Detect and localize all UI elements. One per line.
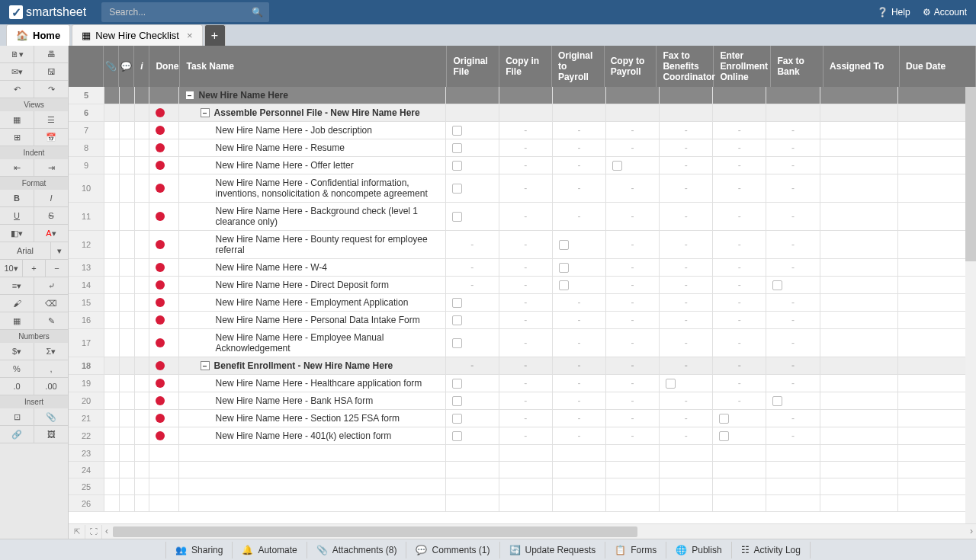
undo-button[interactable]: ↶ [0, 81, 34, 98]
col7-header[interactable]: Fax to Bank [771, 46, 824, 87]
gantt-view[interactable]: ☰ [34, 111, 68, 128]
row-icon-cell[interactable] [135, 104, 150, 121]
file-button[interactable]: 🗎▾ [0, 46, 34, 62]
data-cell[interactable] [499, 445, 553, 461]
size-up[interactable]: + [23, 260, 46, 277]
row-number[interactable]: 23 [69, 445, 104, 461]
fill-button[interactable]: ◧▾ [0, 225, 34, 242]
task-header[interactable]: Task Name [180, 46, 447, 87]
task-cell[interactable]: New Hire Name Here - Healthcare applicat… [179, 375, 446, 392]
horizontal-scrollbar[interactable]: ‹ › [102, 526, 976, 537]
collapse-icon[interactable]: − [201, 108, 210, 117]
comment-col-header[interactable]: 💬 [119, 46, 134, 87]
row-icon-cell[interactable] [120, 445, 135, 461]
duedate-cell[interactable] [898, 462, 976, 478]
data-cell[interactable]: - [499, 294, 553, 311]
checkbox[interactable] [719, 431, 729, 441]
duedate-cell[interactable] [898, 357, 976, 374]
data-cell[interactable]: - [606, 294, 660, 311]
row-icon-cell[interactable] [135, 329, 150, 357]
indent-button[interactable]: ⇥ [34, 159, 68, 176]
data-cell[interactable]: - [553, 427, 606, 444]
data-cell[interactable]: - [713, 375, 766, 392]
data-cell[interactable]: - [660, 231, 713, 258]
table-row[interactable]: 12New Hire Name Here - Bounty request fo… [69, 231, 976, 259]
duedate-cell[interactable] [898, 104, 976, 121]
assigned-cell[interactable] [820, 174, 898, 202]
data-cell[interactable]: - [606, 203, 660, 230]
goto-top-button[interactable]: ⇱ [69, 525, 85, 539]
row-icon-cell[interactable] [104, 392, 120, 409]
data-cell[interactable] [446, 157, 499, 174]
row-icon-cell[interactable] [120, 462, 135, 478]
assigned-cell[interactable] [820, 312, 898, 328]
row-icon-cell[interactable] [135, 139, 150, 156]
data-cell[interactable] [606, 495, 660, 511]
data-cell[interactable]: - [553, 392, 606, 409]
assigned-cell[interactable] [820, 329, 898, 357]
row-icon-cell[interactable] [135, 445, 150, 461]
card-view[interactable]: ⊞ [0, 129, 34, 146]
row-icon-cell[interactable] [135, 231, 150, 258]
data-cell[interactable] [446, 427, 499, 444]
search-input[interactable] [101, 2, 269, 22]
assigned-cell[interactable] [820, 139, 898, 156]
row-icon-cell[interactable] [104, 203, 120, 230]
table-row[interactable]: 17New Hire Name Here - Employee Manual A… [69, 329, 976, 357]
done-cell[interactable] [149, 478, 178, 494]
done-cell[interactable] [149, 294, 178, 311]
row-icon-cell[interactable] [104, 259, 120, 276]
checkbox[interactable] [612, 161, 622, 171]
row-icon-cell[interactable] [104, 157, 120, 174]
data-cell[interactable]: - [660, 312, 713, 328]
sum-button[interactable]: Σ▾ [34, 343, 68, 360]
clear-format-button[interactable]: ⌫ [34, 295, 68, 312]
row-icon-cell[interactable] [120, 231, 135, 258]
data-cell[interactable]: - [499, 277, 553, 293]
row-number[interactable]: 14 [69, 277, 104, 293]
data-cell[interactable]: - [660, 294, 713, 311]
row-icon-cell[interactable] [104, 87, 120, 104]
data-cell[interactable]: - [713, 157, 766, 174]
data-cell[interactable]: - [660, 259, 713, 276]
data-cell[interactable]: - [606, 427, 660, 444]
done-cell[interactable] [149, 312, 178, 328]
assigned-cell[interactable] [820, 357, 898, 374]
data-cell[interactable]: - [713, 122, 766, 139]
underline-button[interactable]: U [0, 207, 34, 224]
data-cell[interactable]: - [660, 329, 713, 357]
data-cell[interactable] [660, 495, 713, 511]
data-cell[interactable] [446, 203, 499, 230]
done-cell[interactable] [149, 277, 178, 293]
data-cell[interactable]: - [766, 231, 820, 258]
attach-button[interactable]: 📎 [34, 408, 68, 425]
checkbox[interactable] [452, 396, 462, 406]
checkbox[interactable] [772, 280, 782, 290]
row-icon-cell[interactable] [120, 87, 135, 104]
highlight-button[interactable]: ✎ [34, 312, 68, 329]
data-cell[interactable]: - [499, 427, 553, 444]
table-row[interactable]: 23 [69, 445, 976, 462]
row-icon-cell[interactable] [104, 478, 120, 494]
font-size[interactable]: 10▾ [0, 260, 23, 277]
data-cell[interactable] [660, 87, 713, 104]
data-cell[interactable]: - [606, 259, 660, 276]
row-icon-cell[interactable] [135, 392, 150, 409]
data-cell[interactable] [766, 87, 820, 104]
close-icon[interactable]: × [187, 30, 193, 41]
assigned-cell[interactable] [820, 392, 898, 409]
done-cell[interactable] [149, 427, 178, 444]
data-cell[interactable]: - [606, 174, 660, 202]
row-number[interactable]: 12 [69, 231, 104, 258]
data-cell[interactable] [713, 445, 766, 461]
duedate-cell[interactable] [898, 203, 976, 230]
save-button[interactable]: 🖫 [34, 63, 68, 80]
forms-button[interactable]: 📋Forms [605, 542, 666, 558]
data-cell[interactable] [660, 462, 713, 478]
dec-less-button[interactable]: .0 [0, 378, 34, 395]
checkbox[interactable] [452, 315, 462, 325]
table-row[interactable]: 14New Hire Name Here - Direct Deposit fo… [69, 277, 976, 294]
col8-header[interactable]: Assigned To [824, 46, 900, 87]
duedate-cell[interactable] [898, 294, 976, 311]
data-cell[interactable]: - [606, 410, 660, 427]
